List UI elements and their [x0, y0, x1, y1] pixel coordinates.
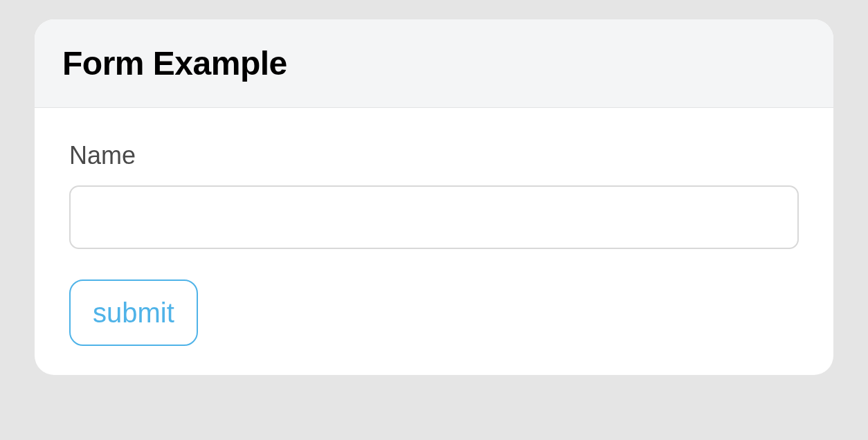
- form-card: Form Example Name submit: [35, 19, 833, 375]
- name-input[interactable]: [69, 185, 799, 249]
- form-group-name: Name: [69, 141, 799, 249]
- card-header: Form Example: [35, 19, 833, 108]
- submit-button[interactable]: submit: [69, 279, 198, 346]
- card-body: Name submit: [35, 108, 833, 375]
- name-label: Name: [69, 141, 799, 170]
- card-title: Form Example: [62, 44, 806, 82]
